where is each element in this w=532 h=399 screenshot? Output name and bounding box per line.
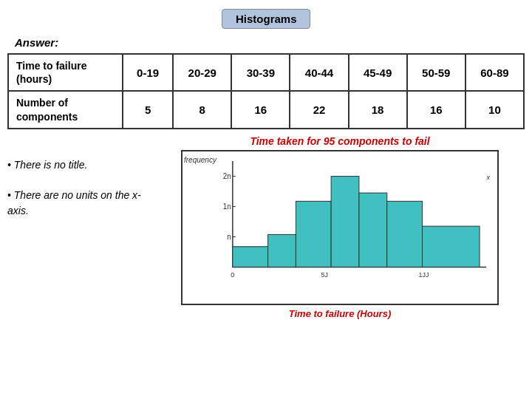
chart-y-label: frequency xyxy=(184,156,216,164)
chart-title-top: Time taken for 95 components to fail xyxy=(250,135,429,147)
table-row-header: Time to failure (hours) 0-19 20-29 30-39… xyxy=(8,54,524,91)
svg-text:n: n xyxy=(227,232,231,240)
table-row-values: Number of components 5 8 16 22 18 16 10 xyxy=(8,91,524,128)
svg-text:2n: 2n xyxy=(223,171,231,180)
chart-bottom-label: Time to failure (Hours) xyxy=(289,308,391,319)
row-header-label: Time to failure (hours) xyxy=(8,54,123,91)
svg-text:5J: 5J xyxy=(321,270,327,278)
col-40-44: 40-44 xyxy=(290,54,348,91)
val-0-19: 5 xyxy=(123,91,173,128)
svg-text:1JJ: 1JJ xyxy=(419,270,429,278)
svg-rect-6 xyxy=(359,193,387,267)
val-60-89: 10 xyxy=(466,91,524,128)
col-45-49: 45-49 xyxy=(349,54,407,91)
svg-rect-2 xyxy=(233,247,268,267)
val-40-44: 22 xyxy=(290,91,348,128)
bullets-section: • There is no title. • There are no unit… xyxy=(7,135,155,233)
col-60-89: 60-89 xyxy=(466,54,524,91)
svg-text:0: 0 xyxy=(231,270,234,278)
col-30-39: 30-39 xyxy=(231,54,290,91)
bullet-1: • There is no title. xyxy=(7,157,155,173)
svg-rect-7 xyxy=(387,201,423,267)
svg-rect-8 xyxy=(422,226,480,267)
histogram-svg: 2n 1n n 0 5J 1JJ xyxy=(211,157,490,286)
chart-x-label: x xyxy=(487,174,491,181)
histograms-button[interactable]: Histograms xyxy=(222,9,310,29)
row-values-label: Number of components xyxy=(8,91,123,128)
col-20-29: 20-29 xyxy=(173,54,231,91)
lower-section: • There is no title. • There are no unit… xyxy=(0,135,532,319)
chart-box: frequency x xyxy=(181,150,499,305)
svg-text:1n: 1n xyxy=(223,202,231,210)
svg-rect-3 xyxy=(268,234,296,267)
data-table: Time to failure (hours) 0-19 20-29 30-39… xyxy=(7,53,525,129)
chart-area: Time taken for 95 components to fail fre… xyxy=(155,135,525,319)
svg-rect-5 xyxy=(331,176,359,267)
val-20-29: 8 xyxy=(173,91,231,128)
col-50-59: 50-59 xyxy=(407,54,466,91)
col-0-19: 0-19 xyxy=(123,54,173,91)
answer-label: Answer: xyxy=(15,36,532,49)
val-30-39: 16 xyxy=(231,91,290,128)
svg-rect-4 xyxy=(296,201,331,267)
bullet-2: • There are no units on the x-axis. xyxy=(7,188,155,219)
val-45-49: 18 xyxy=(349,91,407,128)
val-50-59: 16 xyxy=(407,91,466,128)
